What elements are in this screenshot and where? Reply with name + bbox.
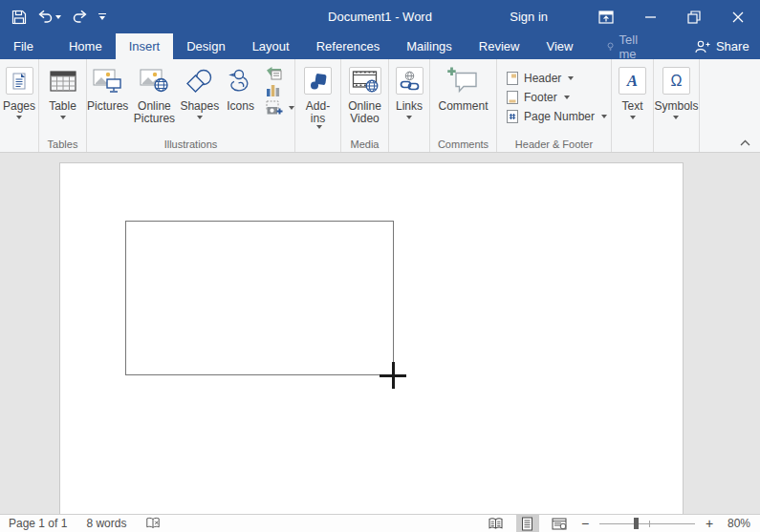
crosshair-cursor (380, 374, 406, 377)
duck-icon (227, 68, 254, 94)
footer-label: Footer (524, 91, 557, 104)
header-footer-group-label: Header & Footer (497, 138, 611, 150)
pictures-button[interactable]: Pictures (87, 63, 128, 113)
sign-in-link[interactable]: Sign in (510, 10, 548, 24)
ribbon-tab-bar: File Home Insert Design Layout Reference… (0, 33, 760, 59)
share-person-icon (694, 40, 710, 53)
footer-icon (506, 90, 519, 105)
undo-dropdown-arrow-icon[interactable] (55, 15, 61, 19)
ribbon-group-illustrations: Pictures Online Pictures Shapes Icons (87, 59, 295, 152)
ribbon-group-text: A Text (612, 59, 654, 152)
customize-qat-arrow-icon (99, 16, 105, 20)
tab-layout[interactable]: Layout (239, 33, 303, 59)
zoom-out-button[interactable]: − (579, 516, 591, 531)
page-number-button[interactable]: Page Number (506, 109, 607, 124)
customize-qat-button[interactable] (98, 13, 106, 20)
links-button[interactable]: Links (392, 63, 426, 119)
table-icon (50, 70, 76, 93)
shapes-button[interactable]: Shapes (180, 63, 219, 119)
chevron-up-icon (740, 139, 750, 146)
text-icon-glyph: A (627, 73, 638, 89)
footer-button[interactable]: Footer (506, 90, 570, 105)
table-button[interactable]: Table (49, 63, 76, 119)
text-button[interactable]: A Text (619, 63, 646, 119)
icons-label: Icons (227, 100, 254, 113)
comment-button[interactable]: Comment (435, 63, 492, 113)
tab-home[interactable]: Home (55, 33, 116, 59)
addins-button[interactable]: Add-ins (301, 63, 336, 129)
online-video-label: Online Video (344, 100, 386, 125)
zoom-in-button[interactable]: + (704, 516, 715, 531)
zoom-level-button[interactable]: 80% (727, 517, 750, 530)
screenshot-icon (266, 100, 284, 116)
pages-label: Pages (3, 100, 35, 113)
text-icon: A (619, 67, 646, 95)
links-icon (396, 67, 423, 95)
web-layout-button[interactable] (548, 515, 571, 532)
drawn-rectangle-shape[interactable] (125, 221, 394, 375)
pictures-label: Pictures (87, 100, 128, 113)
close-icon (732, 11, 744, 23)
pages-button[interactable]: Pages (3, 63, 35, 119)
pictures-icon (93, 68, 122, 94)
tab-insert[interactable]: Insert (116, 33, 174, 59)
links-label: Links (396, 100, 423, 113)
symbols-icon: Ω (662, 67, 690, 95)
zoom-slider-thumb[interactable] (634, 518, 639, 529)
page-count-status[interactable]: Page 1 of 1 (9, 517, 67, 530)
redo-button[interactable] (72, 10, 88, 24)
ribbon-group-comments: Comment Comments (430, 59, 497, 152)
tab-view[interactable]: View (532, 33, 586, 59)
web-layout-icon (552, 518, 567, 530)
share-button[interactable]: Share (684, 33, 759, 59)
restore-button[interactable] (672, 0, 716, 33)
undo-icon (37, 10, 54, 24)
read-mode-icon (488, 518, 504, 530)
tab-mailings[interactable]: Mailings (393, 33, 466, 59)
collapse-ribbon-button[interactable] (740, 139, 750, 146)
icons-button[interactable]: Icons (223, 63, 258, 113)
save-button[interactable] (11, 10, 27, 25)
read-mode-button[interactable] (485, 515, 508, 532)
ribbon-display-options-icon (598, 11, 614, 24)
document-canvas[interactable] (0, 153, 760, 514)
tab-review[interactable]: Review (466, 33, 533, 59)
ribbon-group-tables: Table Tables (39, 59, 87, 152)
tab-references[interactable]: References (303, 33, 393, 59)
zoom-slider-center-tick (649, 521, 650, 527)
screenshot-dropdown-arrow-icon (289, 106, 294, 110)
ribbon-display-options-button[interactable] (584, 0, 628, 33)
table-label: Table (49, 100, 76, 113)
chart-button[interactable] (266, 83, 280, 97)
symbols-button[interactable]: Ω Symbols (654, 63, 698, 119)
tell-me-box[interactable]: Tell me (597, 33, 652, 59)
ribbon-group-links: Links (389, 59, 430, 152)
zoom-slider[interactable] (599, 517, 695, 530)
print-layout-icon (521, 517, 533, 531)
ribbon-group-pages: Pages (0, 59, 39, 152)
header-button[interactable]: Header (506, 71, 574, 86)
page-number-dropdown-arrow-icon (601, 115, 607, 118)
links-dropdown-arrow-icon (406, 116, 412, 119)
word-count-status[interactable]: 8 words (86, 517, 126, 530)
online-video-icon (349, 67, 381, 95)
minimize-button[interactable] (628, 0, 672, 33)
tab-design[interactable]: Design (173, 33, 238, 59)
undo-button[interactable] (37, 10, 61, 24)
smartart-button[interactable] (266, 66, 282, 80)
page-number-label: Page Number (524, 110, 595, 123)
screenshot-button[interactable] (266, 100, 294, 116)
print-layout-button[interactable] (516, 515, 539, 532)
comments-group-label: Comments (430, 138, 496, 150)
tab-file[interactable]: File (0, 33, 47, 59)
proofing-status-button[interactable] (145, 517, 161, 530)
zoom-slider-track (599, 523, 695, 524)
close-button[interactable] (716, 0, 760, 33)
status-bar: Page 1 of 1 8 words − + 80% (0, 514, 760, 532)
online-video-button[interactable]: Online Video (344, 63, 386, 125)
header-dropdown-arrow-icon (568, 76, 574, 80)
addins-dropdown-arrow-icon (316, 125, 322, 129)
tables-group-label: Tables (39, 138, 86, 150)
page-number-icon (506, 109, 519, 124)
online-pictures-button[interactable]: Online Pictures (132, 63, 176, 125)
